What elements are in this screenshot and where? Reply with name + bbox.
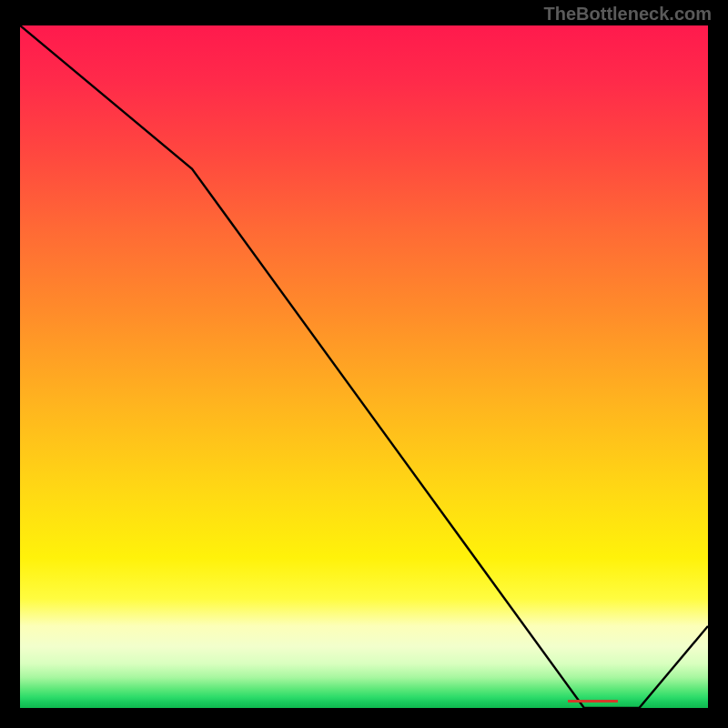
optimal-marker: ▬▬▬▬▬▬ (568, 694, 617, 704)
plot-area: ▬▬▬▬▬▬ (20, 25, 708, 708)
bottleneck-curve (20, 25, 708, 708)
attribution-text: TheBottleneck.com (544, 4, 712, 25)
